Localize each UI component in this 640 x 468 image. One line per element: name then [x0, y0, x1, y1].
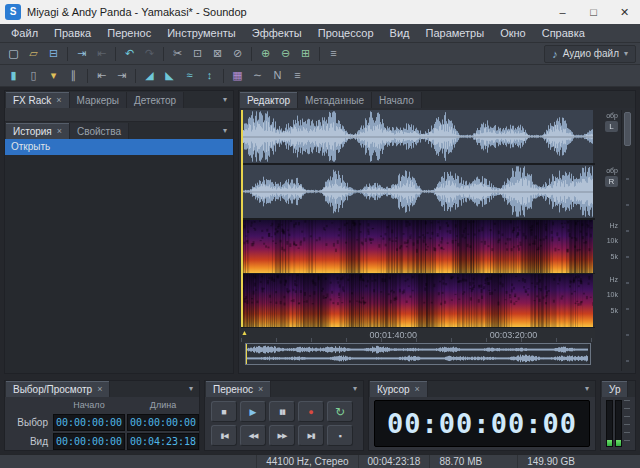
overview-waveform-canvas[interactable]	[246, 344, 588, 364]
go-end-icon[interactable]: ⇥	[112, 67, 131, 85]
normalize-icon[interactable]: ↕	[200, 67, 219, 85]
mixer-icon[interactable]: ≡	[324, 45, 343, 63]
menu-edit[interactable]: Правка	[46, 24, 99, 42]
right-channel-button[interactable]: R	[605, 176, 618, 187]
selection-length-field[interactable]: 00:00:00:00	[127, 414, 199, 431]
menu-transport[interactable]: Перенос	[99, 24, 159, 42]
stop-button[interactable]: ■	[211, 401, 237, 422]
undo-icon[interactable]: ↶	[120, 45, 139, 63]
skip-end-button[interactable]: ▶▮	[298, 425, 324, 446]
tab-editor[interactable]: Редактор	[240, 92, 298, 108]
fade-out-icon[interactable]: ◣	[160, 67, 179, 85]
snap-toggle-icon[interactable]: ∥	[64, 67, 83, 85]
playhead-cursor[interactable]	[241, 110, 243, 327]
spectrogram-left-canvas[interactable]	[241, 220, 593, 273]
zoom-in-icon[interactable]: ⊕	[256, 45, 275, 63]
amplify-icon[interactable]: ≈	[180, 67, 199, 85]
export-audio-icon[interactable]: ⇤	[92, 45, 111, 63]
playhead-marker-icon[interactable]: ▲	[241, 329, 248, 336]
timeline-ruler[interactable]: ▲ 00:01:40:00 00:03:20:00	[241, 327, 595, 342]
tab-selection-view[interactable]: Выбор/Просмотр ×	[6, 381, 110, 397]
tab-properties[interactable]: Свойства	[70, 123, 129, 139]
play-button[interactable]: ▶	[240, 401, 266, 422]
panel-menu-caret-icon[interactable]: ▾	[183, 381, 199, 397]
tab-transport[interactable]: Перенос ×	[206, 381, 271, 397]
cursor-time-display[interactable]: 00:00:00:00	[374, 400, 590, 447]
new-file-icon[interactable]: ▢	[4, 45, 23, 63]
noise-tool-icon[interactable]: N	[268, 67, 287, 85]
tab-close-icon[interactable]: ×	[97, 384, 102, 394]
zoom-out-icon[interactable]: ⊖	[276, 45, 295, 63]
save-icon[interactable]: ⊟	[44, 45, 63, 63]
marker-tool-icon[interactable]: ▾	[44, 67, 63, 85]
toolbar-separator[interactable]	[251, 47, 252, 61]
fast-forward-button[interactable]: ▶▶	[269, 425, 295, 446]
scrub-tool-icon[interactable]: ▯	[24, 67, 43, 85]
level-meter[interactable]	[601, 397, 635, 450]
tab-levels[interactable]: Ур	[602, 381, 628, 397]
tab-history[interactable]: История ×	[6, 123, 70, 139]
panel-menu-caret-icon[interactable]: ▾	[217, 123, 233, 139]
tab-cursor[interactable]: Курсор ×	[370, 381, 428, 397]
close-button[interactable]: ✕	[609, 0, 640, 24]
record-button[interactable]: ●	[298, 401, 324, 422]
paste-icon[interactable]: ⊠	[208, 45, 227, 63]
cut-icon[interactable]: ✂	[168, 45, 187, 63]
toolbar-separator[interactable]	[67, 47, 68, 61]
import-audio-icon[interactable]: ⇥	[72, 45, 91, 63]
panel-menu-caret-icon[interactable]: ▾	[579, 381, 595, 397]
menu-view[interactable]: Вид	[382, 24, 418, 42]
toolbar-separator[interactable]	[163, 47, 164, 61]
redo-icon[interactable]: ↷	[140, 45, 159, 63]
panel-menu-icon[interactable]: ≡	[288, 67, 307, 85]
record-mode-button[interactable]: ▪	[327, 425, 353, 446]
menu-options[interactable]: Параметры	[417, 24, 492, 42]
copy-icon[interactable]: ⊡	[188, 45, 207, 63]
selection-start-field[interactable]: 00:00:00:00	[53, 433, 125, 450]
minimize-button[interactable]: –	[547, 0, 578, 24]
pause-button[interactable]: ▮▮	[269, 401, 295, 422]
tab-fx-rack[interactable]: FX Rack ×	[6, 92, 70, 108]
skip-start-button[interactable]: ▮◀	[211, 425, 237, 446]
tab-start[interactable]: Начало	[372, 92, 422, 108]
tab-close-icon[interactable]: ×	[258, 384, 263, 394]
panel-menu-caret-icon[interactable]: ▾	[347, 381, 363, 397]
menu-processor[interactable]: Процессор	[310, 24, 382, 42]
fade-in-icon[interactable]: ◢	[140, 67, 159, 85]
time-selection-tool-icon[interactable]: ▮	[4, 67, 23, 85]
toolbar-separator[interactable]	[223, 69, 224, 83]
tab-close-icon[interactable]: ×	[57, 126, 62, 136]
tab-detector[interactable]: Детектор	[127, 92, 184, 108]
toolbar-separator[interactable]	[115, 47, 116, 61]
vertical-scrollbar[interactable]	[621, 110, 633, 371]
toolbar-separator[interactable]	[135, 69, 136, 83]
waveform-right-canvas[interactable]	[241, 165, 593, 218]
tab-metadata[interactable]: Метаданные	[298, 92, 372, 108]
toolbar-separator[interactable]	[87, 69, 88, 83]
audio-file-dropdown[interactable]: ♪ Аудио файл ▾	[544, 45, 636, 63]
menu-effects[interactable]: Эффекты	[244, 24, 310, 42]
panel-menu-caret-icon[interactable]: ▾	[217, 92, 233, 108]
history-item-open[interactable]: Открыть	[5, 139, 233, 155]
menu-window[interactable]: Окно	[492, 24, 534, 42]
spectral-view-icon[interactable]: ▦	[228, 67, 247, 85]
waveform-left-canvas[interactable]	[241, 110, 593, 163]
overview-strip[interactable]	[245, 343, 591, 365]
toolbar-separator[interactable]	[319, 47, 320, 61]
zoom-fit-icon[interactable]: ⊞	[296, 45, 315, 63]
menu-tools[interactable]: Инструменты	[159, 24, 244, 42]
scrollbar-thumb[interactable]	[624, 112, 631, 146]
menu-help[interactable]: Справка	[534, 24, 593, 42]
maximize-button[interactable]: □	[578, 0, 609, 24]
tab-markers[interactable]: Маркеры	[70, 92, 127, 108]
menu-file[interactable]: Файл	[3, 24, 46, 42]
loop-button[interactable]: ↻	[327, 401, 353, 422]
left-channel-button[interactable]: L	[605, 121, 618, 132]
waveform-view-icon[interactable]: ∼	[248, 67, 267, 85]
go-start-icon[interactable]: ⇤	[92, 67, 111, 85]
tab-close-icon[interactable]: ×	[56, 95, 61, 105]
rewind-button[interactable]: ◀◀	[240, 425, 266, 446]
delete-icon[interactable]: ⊘	[228, 45, 247, 63]
selection-start-field[interactable]: 00:00:00:00	[53, 414, 125, 431]
selection-length-field[interactable]: 00:04:23:18	[127, 433, 199, 450]
